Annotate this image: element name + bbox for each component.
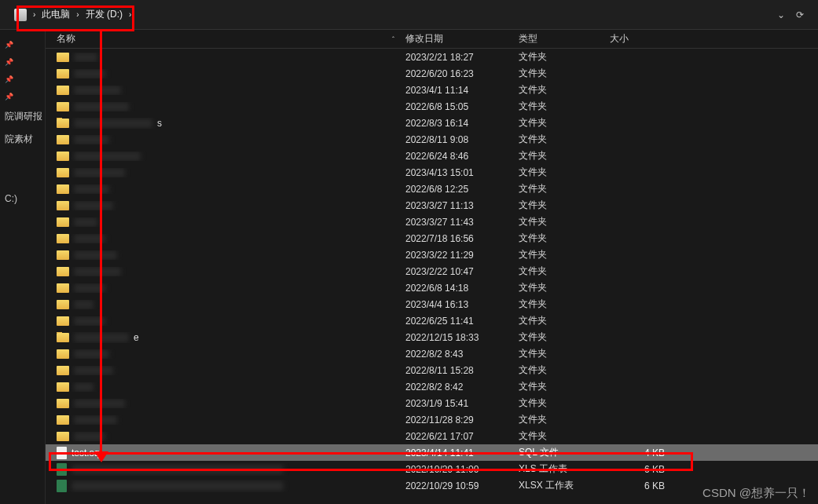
sidebar-item[interactable]: 📌 bbox=[0, 53, 45, 71]
cell-type: 文件夹 bbox=[519, 133, 610, 146]
table-row[interactable]: 2022/6/20 16:23文件夹 bbox=[46, 65, 818, 82]
folder-icon bbox=[57, 135, 69, 144]
cell-type: 文件夹 bbox=[519, 298, 610, 311]
column-name-label: 名称 bbox=[57, 32, 75, 46]
table-row[interactable]: 2023/3/27 11:43文件夹 bbox=[46, 214, 818, 230]
folder-icon bbox=[57, 267, 69, 276]
redacted-name bbox=[74, 366, 113, 375]
table-row[interactable]: 2022/10/29 11:00XLS 工作表6 KB bbox=[46, 461, 818, 477]
folder-icon bbox=[57, 316, 69, 326]
column-type[interactable]: 类型 bbox=[519, 32, 610, 46]
table-row[interactable]: 2023/2/22 10:47文件夹 bbox=[46, 263, 818, 279]
redacted-name bbox=[72, 481, 284, 491]
cell-date: 2022/6/8 15:05 bbox=[405, 101, 519, 112]
table-row[interactable]: 2023/3/27 11:13文件夹 bbox=[46, 197, 818, 214]
table-row[interactable]: 2023/4/4 16:13文件夹 bbox=[46, 296, 818, 312]
cell-date: 2022/7/18 16:56 bbox=[405, 233, 519, 244]
table-row[interactable]: 2022/6/8 14:18文件夹 bbox=[46, 279, 818, 296]
table-row[interactable]: s2022/8/3 16:14文件夹 bbox=[46, 115, 818, 131]
column-date[interactable]: 修改日期 bbox=[405, 32, 519, 46]
table-row[interactable]: 2022/11/28 8:29文件夹 bbox=[46, 411, 818, 428]
table-row[interactable]: 2022/8/2 8:42文件夹 bbox=[46, 378, 818, 395]
dropdown-icon[interactable]: ⌄ bbox=[777, 9, 785, 20]
sidebar-item[interactable]: 院调研报 bbox=[0, 105, 45, 128]
table-row[interactable]: 2023/3/22 11:29文件夹 bbox=[46, 247, 818, 263]
file-list: 2023/2/21 18:27文件夹2022/6/20 16:23文件夹2023… bbox=[46, 49, 818, 504]
sidebar-item[interactable]: C:) bbox=[0, 188, 45, 209]
sidebar-item[interactable] bbox=[0, 151, 45, 160]
chevron-icon: › bbox=[129, 10, 131, 19]
cell-date: 2023/4/14 11:41 bbox=[405, 447, 519, 458]
table-row[interactable]: 2023/4/1 11:14文件夹 bbox=[46, 82, 818, 98]
sidebar-item[interactable] bbox=[0, 179, 45, 188]
redacted-name bbox=[74, 86, 121, 95]
table-row[interactable]: 2022/7/18 16:56文件夹 bbox=[46, 230, 818, 247]
cell-type: 文件夹 bbox=[519, 413, 610, 426]
cell-date: 2022/6/8 14:18 bbox=[405, 283, 519, 294]
folder-icon bbox=[57, 119, 69, 128]
folder-icon bbox=[57, 234, 69, 243]
folder-icon bbox=[57, 432, 69, 441]
sidebar-item[interactable] bbox=[0, 170, 45, 179]
table-row[interactable]: 2022/8/11 15:28文件夹 bbox=[46, 362, 818, 378]
column-size[interactable]: 大小 bbox=[610, 32, 688, 46]
cell-type: 文件夹 bbox=[519, 182, 610, 195]
sidebar-item[interactable]: 📌 bbox=[0, 71, 45, 88]
sidebar-item-label: C:) bbox=[5, 193, 17, 204]
table-row[interactable]: 2022/6/21 17:07文件夹 bbox=[46, 428, 818, 444]
table-row[interactable]: 2023/4/13 15:01文件夹 bbox=[46, 164, 818, 181]
sidebar-item[interactable]: 📌 bbox=[0, 36, 45, 53]
cell-date: 2022/8/2 8:43 bbox=[405, 349, 519, 360]
table-row[interactable]: 2022/8/11 9:08文件夹 bbox=[46, 131, 818, 148]
cell-date: 2022/6/21 17:07 bbox=[405, 431, 519, 442]
cell-size: 4 KB bbox=[610, 447, 688, 458]
table-row[interactable]: 2023/2/21 18:27文件夹 bbox=[46, 49, 818, 65]
refresh-icon[interactable]: ⟳ bbox=[796, 9, 804, 20]
cell-date: 2022/8/11 9:08 bbox=[405, 134, 519, 145]
table-row[interactable]: 2022/6/8 12:25文件夹 bbox=[46, 181, 818, 197]
table-row[interactable]: 2022/6/25 11:41文件夹 bbox=[46, 312, 818, 329]
cell-date: 2022/6/24 8:46 bbox=[405, 151, 519, 162]
sidebar-item[interactable]: 📌 bbox=[0, 88, 45, 105]
breadcrumb-drive[interactable]: 开发 (D:) bbox=[86, 8, 123, 21]
cell-type: 文件夹 bbox=[519, 83, 610, 97]
cell-type: 文件夹 bbox=[519, 50, 610, 64]
table-row[interactable]: test.sql2023/4/14 11:41SQL 文件4 KB bbox=[46, 444, 818, 461]
cell-date: 2023/3/22 11:29 bbox=[405, 250, 519, 261]
sidebar: 📌📌📌📌院调研报院素材C:) bbox=[0, 30, 46, 504]
folder-icon bbox=[57, 184, 69, 194]
cell-date: 2023/2/21 18:27 bbox=[405, 52, 519, 63]
watermark: CSDN @想养一只！ bbox=[702, 486, 810, 501]
pin-icon: 📌 bbox=[5, 41, 13, 49]
sort-arrow-icon: ˆ bbox=[392, 35, 394, 43]
cell-type: 文件夹 bbox=[519, 380, 610, 393]
cell-size: 6 KB bbox=[610, 464, 688, 475]
xls-icon bbox=[57, 463, 67, 476]
cell-type: 文件夹 bbox=[519, 363, 610, 377]
redacted-name bbox=[74, 415, 117, 425]
breadcrumb-pc[interactable]: 此电脑 bbox=[42, 8, 70, 21]
sidebar-item[interactable]: 院素材 bbox=[0, 128, 45, 151]
redacted-name bbox=[74, 201, 113, 210]
cell-date: 2023/4/4 16:13 bbox=[405, 299, 519, 310]
sidebar-item[interactable] bbox=[0, 160, 45, 170]
table-row[interactable]: 2022/6/8 15:05文件夹 bbox=[46, 98, 818, 115]
chevron-icon: › bbox=[33, 10, 35, 19]
redacted-name bbox=[74, 349, 109, 359]
folder-icon bbox=[57, 300, 69, 309]
cell-date: 2022/12/15 18:33 bbox=[405, 332, 519, 343]
sidebar-item[interactable] bbox=[0, 209, 45, 218]
cell-type: SQL 文件 bbox=[519, 446, 610, 459]
table-row[interactable]: 2022/8/2 8:43文件夹 bbox=[46, 345, 818, 362]
table-row[interactable]: 2022/6/24 8:46文件夹 bbox=[46, 148, 818, 164]
name-suffix: e bbox=[134, 332, 139, 343]
column-headers: 名称 ˆ 修改日期 类型 大小 bbox=[46, 30, 818, 49]
table-row[interactable]: 2023/1/9 15:41文件夹 bbox=[46, 395, 818, 411]
folder-icon bbox=[57, 333, 69, 342]
folder-icon bbox=[57, 349, 69, 359]
chevron-icon: › bbox=[76, 10, 79, 19]
cell-type: 文件夹 bbox=[519, 149, 610, 163]
cell-date: 2022/10/29 10:59 bbox=[405, 480, 519, 491]
breadcrumb[interactable]: › 此电脑 › 开发 (D:) › bbox=[6, 8, 769, 21]
table-row[interactable]: e2022/12/15 18:33文件夹 bbox=[46, 329, 818, 345]
